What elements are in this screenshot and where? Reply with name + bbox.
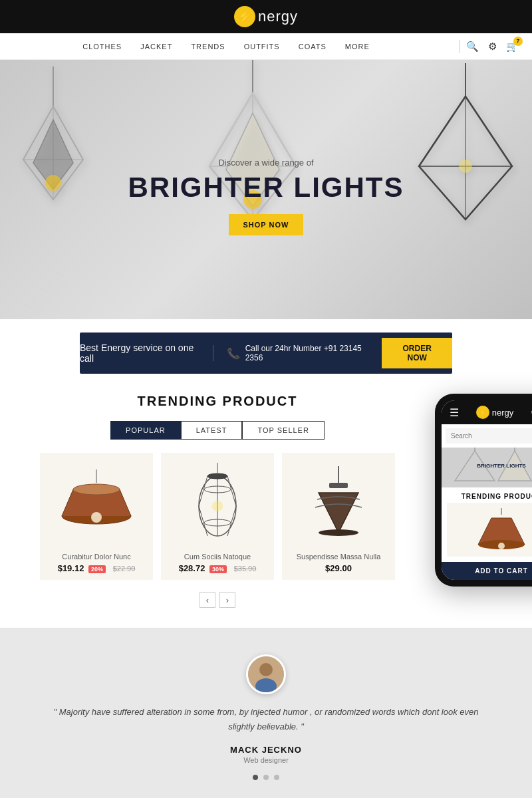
service-text: Best Energy service on one call	[80, 342, 200, 364]
testimonial-avatar	[246, 654, 286, 694]
svg-point-40	[319, 529, 358, 536]
phone-logo-icon: ⚡	[476, 406, 489, 419]
product-price: $28.72 30% $35.90	[168, 563, 267, 573]
price-current: $19.12	[58, 563, 84, 573]
service-banner: Best Energy service on one call 📞 Call o…	[80, 332, 452, 374]
price-old: $22.90	[113, 565, 136, 573]
phone-menu-icon[interactable]: ☰	[450, 406, 459, 419]
trending-content: TRENDING PRODUCT POPULAR LATEST TOP SELL…	[0, 394, 435, 608]
product-image	[289, 460, 388, 546]
product-image	[47, 460, 146, 546]
dot-3[interactable]	[274, 775, 279, 780]
service-call: 📞 Call our 24hr Number +91 23145 2356	[227, 344, 369, 362]
nav-divider	[459, 40, 460, 53]
hero-content: Discover a wide range of BRIGHTER LIGHTS…	[128, 158, 404, 235]
nav-item-more[interactable]: MORE	[345, 43, 370, 51]
nav-item-clothes[interactable]: CLOTHES	[82, 43, 122, 51]
logo[interactable]: ⚡ nergy	[234, 6, 298, 27]
product-card: Curabitur Dolor Nunc $19.12 20% $22.90	[40, 453, 153, 580]
main-nav: CLOTHES JACKET TRENDS OUTFITS COATS MORE…	[0, 33, 532, 60]
order-now-button[interactable]: Order Now	[382, 338, 452, 368]
phone-search-input[interactable]	[451, 432, 532, 440]
price-discount: 20%	[88, 565, 106, 573]
tab-top-seller[interactable]: TOP SELLER	[242, 421, 324, 440]
price-current: $28.72	[179, 563, 205, 573]
service-divider	[213, 345, 213, 361]
settings-icon[interactable]: ⚙	[488, 41, 497, 53]
price-discount: 30%	[209, 565, 227, 573]
nav-item-jacket[interactable]: JACKET	[140, 43, 172, 51]
product-price: $19.12 20% $22.90	[47, 563, 146, 573]
product-lamp-1	[57, 469, 136, 536]
product-lamp-2	[184, 463, 251, 543]
testimonial-name: MACK JECKNO	[53, 745, 479, 755]
product-name: Suspendisse Massa Nulla	[289, 553, 388, 561]
phone-product	[447, 503, 532, 557]
logo-text: nergy	[258, 8, 298, 25]
hero-section: Discover a wide range of BRIGHTER LIGHTS…	[0, 60, 532, 319]
testimonial-section: " Majority have suffered alteration in s…	[0, 628, 532, 798]
nav-item-outfits[interactable]: OUTFITS	[244, 43, 280, 51]
svg-point-25	[73, 484, 120, 495]
products-grid: Curabitur Dolor Nunc $19.12 20% $22.90	[40, 453, 395, 580]
product-pagination: ‹ ›	[40, 592, 395, 608]
product-image	[168, 460, 267, 546]
tab-latest[interactable]: LATEST	[181, 421, 243, 440]
product-name: Curabitur Dolor Nunc	[47, 553, 146, 561]
nav-item-trends[interactable]: TRENDS	[191, 43, 225, 51]
dot-1[interactable]	[253, 775, 258, 780]
dot-2[interactable]	[263, 775, 269, 780]
testimonial-quote: " Majority have suffered alteration in s…	[53, 705, 479, 734]
testimonial-dots	[53, 775, 479, 780]
phone-mockup: ☰ ⚡ nergy ⚙ 🛒 7 �	[435, 394, 532, 608]
phone-logo-text: nergy	[492, 408, 514, 418]
svg-point-53	[259, 663, 273, 676]
phone-logo: ⚡ nergy	[476, 406, 514, 419]
svg-point-36	[207, 473, 227, 479]
phone-hero-svg: BRIGHTER LIGHTS	[442, 448, 532, 487]
product-name: Cum Sociis Natoque	[168, 553, 267, 561]
phone-trending-title: TRENDING PRODUCT	[442, 487, 532, 503]
svg-point-51	[498, 543, 505, 549]
price-old: $35.90	[234, 565, 257, 573]
hero-cta-button[interactable]: SHOP NOW	[229, 214, 304, 235]
cart-badge: 7	[513, 37, 523, 46]
phone-search[interactable]: 🔍	[446, 428, 532, 444]
svg-rect-39	[329, 483, 348, 488]
cart-icon[interactable]: 🛒 7	[506, 41, 519, 53]
svg-text:BRIGHTER LIGHTS: BRIGHTER LIGHTS	[477, 463, 526, 469]
testimonial-role: Web designer	[53, 756, 479, 764]
product-tabs: POPULAR LATEST TOP SELLER	[40, 421, 395, 440]
site-header: ⚡ nergy	[0, 0, 532, 33]
avatar-svg	[248, 656, 284, 692]
svg-point-37	[212, 501, 223, 511]
phone-product-svg	[475, 508, 528, 551]
product-lamp-3	[299, 466, 378, 539]
price-current: $29.00	[325, 563, 352, 573]
nav-item-coats[interactable]: COATS	[299, 43, 327, 51]
hero-subtitle: Discover a wide range of	[128, 158, 404, 168]
phone-add-to-cart-button[interactable]: ADD TO CART	[442, 562, 532, 580]
product-card: Cum Sociis Natoque $28.72 30% $35.90	[161, 453, 274, 580]
product-price: $29.00	[289, 563, 388, 573]
next-page-button[interactable]: ›	[219, 592, 235, 608]
trending-title: TRENDING PRODUCT	[40, 394, 395, 409]
phone-icon: 📞	[227, 347, 240, 360]
service-call-label: Call our 24hr Number +91 23145 2356	[245, 344, 369, 362]
product-card: Suspendisse Massa Nulla $29.00	[282, 453, 395, 580]
phone-header: ☰ ⚡ nergy ⚙ 🛒 7	[442, 400, 532, 424]
hero-title: BRIGHTER LIGHTS	[128, 172, 404, 203]
tab-popular[interactable]: POPULAR	[110, 421, 181, 440]
svg-point-26	[91, 512, 102, 523]
logo-icon: ⚡	[234, 6, 255, 27]
trending-section: TRENDING PRODUCT POPULAR LATEST TOP SELL…	[0, 374, 532, 628]
search-icon[interactable]: 🔍	[466, 41, 479, 53]
prev-page-button[interactable]: ‹	[200, 592, 215, 608]
phone-hero: BRIGHTER LIGHTS	[442, 448, 532, 487]
